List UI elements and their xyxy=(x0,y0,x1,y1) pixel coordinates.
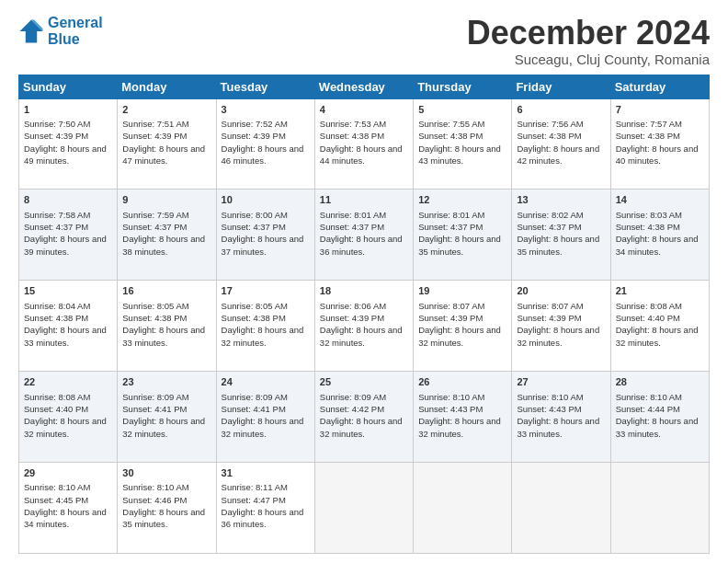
day-number: 16 xyxy=(122,284,210,298)
week-row-1: 1 Sunrise: 7:50 AM Sunset: 4:39 PM Dayli… xyxy=(19,98,710,190)
day-number: 6 xyxy=(517,103,605,117)
day-number: 4 xyxy=(320,103,408,117)
calendar-cell: 3 Sunrise: 7:52 AM Sunset: 4:39 PM Dayli… xyxy=(216,98,314,190)
sunrise: Sunrise: 8:05 AM xyxy=(222,301,288,311)
calendar-cell xyxy=(610,463,709,554)
sunset: Sunset: 4:39 PM xyxy=(418,313,483,323)
sunset: Sunset: 4:43 PM xyxy=(517,404,581,414)
day-number: 19 xyxy=(418,284,506,298)
sunset: Sunset: 4:46 PM xyxy=(122,495,187,505)
daylight: Daylight: 8 hours and 32 minutes. xyxy=(616,325,699,347)
day-number: 31 xyxy=(222,466,310,480)
day-number: 14 xyxy=(616,193,704,207)
calendar-cell: 11 Sunrise: 8:01 AM Sunset: 4:37 PM Dayl… xyxy=(314,190,413,281)
sunset: Sunset: 4:38 PM xyxy=(616,222,680,232)
daylight: Daylight: 8 hours and 32 minutes. xyxy=(222,416,304,438)
daylight: Daylight: 8 hours and 34 minutes. xyxy=(24,507,107,529)
daylight: Daylight: 8 hours and 32 minutes. xyxy=(222,325,304,347)
daylight: Daylight: 8 hours and 32 minutes. xyxy=(418,416,501,438)
day-number: 22 xyxy=(24,375,112,389)
sunset: Sunset: 4:37 PM xyxy=(24,222,88,232)
daylight: Daylight: 8 hours and 34 minutes. xyxy=(616,234,699,256)
calendar-cell: 27 Sunrise: 8:10 AM Sunset: 4:43 PM Dayl… xyxy=(512,372,610,463)
sunrise: Sunrise: 7:53 AM xyxy=(320,119,386,129)
calendar-cell: 5 Sunrise: 7:55 AM Sunset: 4:38 PM Dayli… xyxy=(414,98,512,190)
sunrise: Sunrise: 8:09 AM xyxy=(320,392,386,402)
calendar-cell: 22 Sunrise: 8:08 AM Sunset: 4:40 PM Dayl… xyxy=(19,372,118,463)
sunset: Sunset: 4:41 PM xyxy=(222,404,286,414)
calendar-cell: 1 Sunrise: 7:50 AM Sunset: 4:39 PM Dayli… xyxy=(19,98,118,190)
sunrise: Sunrise: 8:09 AM xyxy=(122,392,188,402)
sunset: Sunset: 4:39 PM xyxy=(320,313,384,323)
day-number: 26 xyxy=(418,375,506,389)
logo-icon xyxy=(18,18,44,44)
week-row-3: 15 Sunrise: 8:04 AM Sunset: 4:38 PM Dayl… xyxy=(19,281,710,372)
sunset: Sunset: 4:38 PM xyxy=(616,131,680,141)
sunrise: Sunrise: 8:10 AM xyxy=(517,392,583,402)
calendar-table: Sunday Monday Tuesday Wednesday Thursday… xyxy=(18,75,710,554)
day-number: 24 xyxy=(222,375,310,389)
sunset: Sunset: 4:37 PM xyxy=(418,222,483,232)
calendar-cell: 23 Sunrise: 8:09 AM Sunset: 4:41 PM Dayl… xyxy=(118,372,216,463)
day-number: 3 xyxy=(222,103,310,117)
sunset: Sunset: 4:42 PM xyxy=(320,404,384,414)
sunrise: Sunrise: 8:03 AM xyxy=(616,210,682,220)
sunset: Sunset: 4:38 PM xyxy=(222,313,286,323)
sunrise: Sunrise: 8:09 AM xyxy=(222,392,288,402)
day-number: 21 xyxy=(616,284,704,298)
calendar-cell: 2 Sunrise: 7:51 AM Sunset: 4:39 PM Dayli… xyxy=(118,98,216,190)
day-number: 13 xyxy=(517,193,605,207)
sunset: Sunset: 4:38 PM xyxy=(418,131,483,141)
sunset: Sunset: 4:43 PM xyxy=(418,404,483,414)
calendar-cell: 16 Sunrise: 8:05 AM Sunset: 4:38 PM Dayl… xyxy=(118,281,216,372)
calendar-cell: 15 Sunrise: 8:04 AM Sunset: 4:38 PM Dayl… xyxy=(19,281,118,372)
sunrise: Sunrise: 8:04 AM xyxy=(24,301,90,311)
calendar-cell: 9 Sunrise: 7:59 AM Sunset: 4:37 PM Dayli… xyxy=(118,190,216,281)
sunrise: Sunrise: 8:10 AM xyxy=(24,482,90,492)
daylight: Daylight: 8 hours and 32 minutes. xyxy=(320,325,403,347)
daylight: Daylight: 8 hours and 38 minutes. xyxy=(122,234,205,256)
calendar-cell: 26 Sunrise: 8:10 AM Sunset: 4:43 PM Dayl… xyxy=(414,372,512,463)
sunset: Sunset: 4:38 PM xyxy=(517,131,581,141)
daylight: Daylight: 8 hours and 46 minutes. xyxy=(222,144,304,166)
daylight: Daylight: 8 hours and 32 minutes. xyxy=(24,416,107,438)
calendar-cell: 21 Sunrise: 8:08 AM Sunset: 4:40 PM Dayl… xyxy=(610,281,709,372)
daylight: Daylight: 8 hours and 35 minutes. xyxy=(122,507,205,529)
calendar-cell: 6 Sunrise: 7:56 AM Sunset: 4:38 PM Dayli… xyxy=(512,98,610,190)
calendar-cell: 7 Sunrise: 7:57 AM Sunset: 4:38 PM Dayli… xyxy=(610,98,709,190)
calendar-cell: 25 Sunrise: 8:09 AM Sunset: 4:42 PM Dayl… xyxy=(314,372,413,463)
daylight: Daylight: 8 hours and 43 minutes. xyxy=(418,144,501,166)
sunrise: Sunrise: 8:07 AM xyxy=(517,301,583,311)
day-number: 29 xyxy=(24,466,112,480)
sunset: Sunset: 4:38 PM xyxy=(122,313,187,323)
daylight: Daylight: 8 hours and 36 minutes. xyxy=(222,507,304,529)
calendar-cell: 13 Sunrise: 8:02 AM Sunset: 4:37 PM Dayl… xyxy=(512,190,610,281)
day-number: 27 xyxy=(517,375,605,389)
day-number: 1 xyxy=(24,103,112,117)
daylight: Daylight: 8 hours and 35 minutes. xyxy=(418,234,501,256)
title-block: December 2024 Suceagu, Cluj County, Roma… xyxy=(467,15,710,67)
sunset: Sunset: 4:37 PM xyxy=(222,222,286,232)
calendar-cell xyxy=(314,463,413,554)
calendar-header-row: Sunday Monday Tuesday Wednesday Thursday… xyxy=(19,75,710,98)
day-number: 10 xyxy=(222,193,310,207)
sunrise: Sunrise: 8:08 AM xyxy=(24,392,90,402)
sunrise: Sunrise: 7:58 AM xyxy=(24,210,90,220)
sunset: Sunset: 4:41 PM xyxy=(122,404,187,414)
day-number: 9 xyxy=(122,193,210,207)
sunrise: Sunrise: 8:02 AM xyxy=(517,210,583,220)
logo-text: General Blue xyxy=(48,15,103,47)
daylight: Daylight: 8 hours and 35 minutes. xyxy=(517,234,599,256)
day-number: 2 xyxy=(122,103,210,117)
sunset: Sunset: 4:40 PM xyxy=(616,313,680,323)
day-number: 11 xyxy=(320,193,408,207)
daylight: Daylight: 8 hours and 49 minutes. xyxy=(24,144,107,166)
header-friday: Friday xyxy=(512,75,610,98)
daylight: Daylight: 8 hours and 47 minutes. xyxy=(122,144,205,166)
daylight: Daylight: 8 hours and 33 minutes. xyxy=(517,416,599,438)
sunset: Sunset: 4:39 PM xyxy=(222,131,286,141)
day-number: 25 xyxy=(320,375,408,389)
sunrise: Sunrise: 7:52 AM xyxy=(222,119,288,129)
week-row-2: 8 Sunrise: 7:58 AM Sunset: 4:37 PM Dayli… xyxy=(19,190,710,281)
sunset: Sunset: 4:37 PM xyxy=(122,222,187,232)
